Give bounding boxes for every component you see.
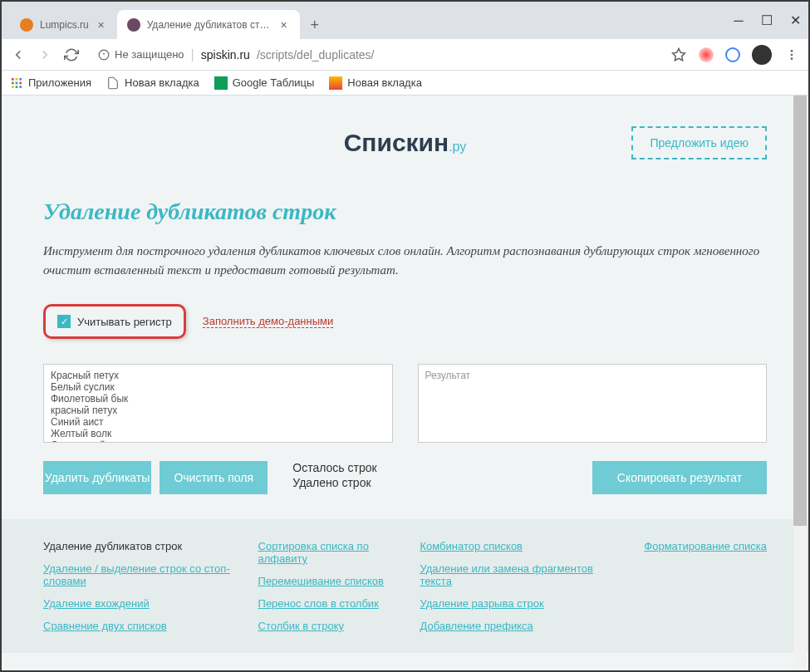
- stats-block: Осталось строк Удалено строк: [292, 461, 517, 491]
- bookmark-label: Google Таблицы: [233, 76, 315, 89]
- window-controls: ─ ☐ ✕: [734, 2, 800, 39]
- removed-rows-label: Удалено строк: [292, 476, 517, 489]
- svg-rect-10: [12, 81, 14, 84]
- tab-favicon: [127, 18, 140, 32]
- logo-main: Спискин: [344, 129, 449, 156]
- checkbox-icon[interactable]: ✓: [57, 315, 71, 328]
- close-icon[interactable]: ×: [278, 19, 290, 31]
- page-title: Удаление дубликатов строк: [43, 199, 767, 225]
- tab-spiskin[interactable]: Удаление дубликатов строк - у ×: [117, 10, 300, 39]
- svg-point-5: [791, 53, 793, 56]
- back-button[interactable]: [10, 47, 27, 63]
- svg-rect-13: [12, 86, 14, 88]
- tab-title: Удаление дубликатов строк - у: [147, 19, 272, 31]
- extension-icon-2[interactable]: [725, 47, 740, 62]
- footer-link[interactable]: Сравнение двух списков: [43, 620, 242, 632]
- bookmark-new-tab-1[interactable]: Новая вкладка: [106, 76, 199, 90]
- footer-link[interactable]: Форматирование списка: [635, 540, 767, 552]
- footer-link[interactable]: Удаление или замена фрагментов текста: [420, 562, 618, 587]
- apps-icon: [10, 76, 23, 90]
- forward-button[interactable]: [37, 47, 53, 63]
- bookmarks-bar: Приложения Новая вкладка Google Таблицы …: [2, 71, 808, 96]
- logo-suffix: .ру: [449, 140, 466, 154]
- page-content: Спискин.ру Предложить идею Удаление дубл…: [2, 96, 808, 670]
- star-icon[interactable]: [670, 47, 687, 63]
- minimize-icon[interactable]: ─: [734, 16, 744, 26]
- security-indicator[interactable]: Не защищено: [98, 48, 184, 61]
- bookmark-google-sheets[interactable]: Google Таблицы: [214, 76, 315, 90]
- address-bar[interactable]: Не защищено | spiskin.ru/scripts/del_dup…: [90, 43, 660, 66]
- image-icon: [329, 76, 342, 90]
- case-sensitive-option[interactable]: ✓ Учитывать регистр: [43, 304, 186, 339]
- clear-fields-button[interactable]: Очистить поля: [160, 461, 268, 494]
- svg-rect-11: [16, 81, 18, 84]
- security-text: Не защищено: [115, 48, 184, 61]
- input-textarea[interactable]: [43, 364, 393, 443]
- sheets-icon: [214, 76, 228, 90]
- page-description: Инструмент для построчного удаления дубл…: [43, 242, 767, 279]
- copy-result-button[interactable]: Скопировать результат: [592, 461, 767, 494]
- footer-link[interactable]: Перемешивание списков: [258, 575, 404, 587]
- maximize-icon[interactable]: ☐: [762, 16, 772, 26]
- tab-favicon: [20, 18, 33, 32]
- footer-current-page: Удаление дубликатов строк: [43, 540, 242, 552]
- svg-point-6: [791, 57, 793, 60]
- textarea-columns: [43, 364, 767, 446]
- svg-rect-8: [16, 78, 18, 81]
- extension-icon-1[interactable]: [699, 47, 714, 62]
- scrollbar-thumb[interactable]: [793, 96, 807, 526]
- fill-demo-link[interactable]: Заполнить демо-данными: [203, 315, 333, 328]
- checkbox-label: Учитывать регистр: [77, 316, 172, 328]
- button-row: Удалить дубликаты Очистить поля Осталось…: [43, 461, 767, 494]
- result-textarea[interactable]: [418, 364, 768, 443]
- browser-titlebar: Lumpics.ru × Удаление дубликатов строк -…: [2, 2, 808, 39]
- footer-link[interactable]: Добавление префикса: [420, 620, 618, 632]
- url-host: spiskin.ru: [201, 48, 250, 61]
- reload-button[interactable]: [63, 47, 80, 63]
- menu-icon[interactable]: [783, 47, 800, 63]
- page-icon: [106, 76, 120, 90]
- footer-links: Удаление дубликатов строк Удаление / выд…: [2, 519, 808, 653]
- close-window-icon[interactable]: ✕: [790, 16, 800, 26]
- bookmark-label: Новая вкладка: [347, 76, 422, 89]
- svg-marker-3: [673, 48, 685, 60]
- remaining-rows-label: Осталось строк: [292, 461, 517, 474]
- site-header: Спискин.ру Предложить идею: [43, 129, 767, 157]
- browser-toolbar: Не защищено | spiskin.ru/scripts/del_dup…: [2, 39, 808, 71]
- footer-link[interactable]: Перенос слов в столбик: [258, 597, 404, 610]
- svg-rect-14: [16, 86, 18, 88]
- apps-button[interactable]: Приложения: [10, 76, 91, 90]
- footer-link[interactable]: Удаление вхождений: [43, 597, 242, 610]
- tab-lumpics[interactable]: Lumpics.ru ×: [10, 10, 117, 39]
- footer-link[interactable]: Сортировка списка по алфавиту: [258, 540, 404, 565]
- profile-avatar[interactable]: [752, 45, 772, 65]
- site-logo[interactable]: Спискин.ру: [344, 129, 467, 157]
- scrollbar[interactable]: [793, 96, 807, 669]
- close-icon[interactable]: ×: [96, 19, 107, 31]
- suggest-idea-button[interactable]: Предложить идею: [631, 126, 767, 159]
- svg-point-4: [791, 50, 793, 52]
- footer-link[interactable]: Комбинатор списков: [420, 540, 618, 552]
- svg-rect-9: [19, 78, 22, 81]
- options-row: ✓ Учитывать регистр Заполнить демо-данны…: [43, 304, 767, 339]
- delete-duplicates-button[interactable]: Удалить дубликаты: [43, 461, 151, 494]
- bookmark-label: Приложения: [28, 76, 91, 89]
- footer-link[interactable]: Удаление / выделение строк со стоп-слова…: [43, 562, 242, 587]
- footer-link[interactable]: Столбик в строку: [258, 620, 404, 632]
- tab-title: Lumpics.ru: [40, 19, 89, 31]
- new-tab-button[interactable]: +: [303, 13, 326, 37]
- bookmark-label: Новая вкладка: [125, 76, 199, 89]
- svg-rect-15: [19, 86, 22, 88]
- url-path: /scripts/del_duplicates/: [257, 48, 375, 61]
- svg-rect-7: [12, 78, 14, 81]
- footer-link[interactable]: Удаление разрыва строк: [420, 597, 618, 610]
- bookmark-new-tab-2[interactable]: Новая вкладка: [329, 76, 422, 90]
- svg-rect-12: [19, 81, 22, 84]
